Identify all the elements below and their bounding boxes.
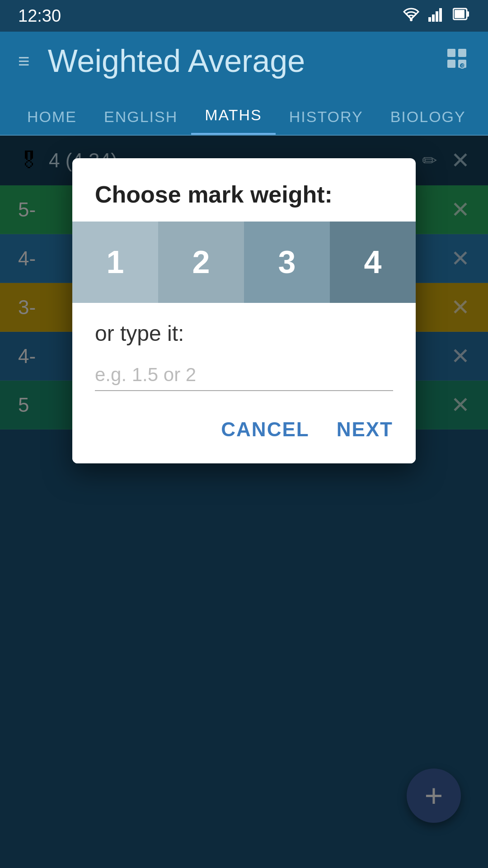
tab-ch[interactable]: CH bbox=[479, 108, 488, 135]
weight-button-1[interactable]: 1 bbox=[72, 222, 158, 303]
tab-english[interactable]: ENGLISH bbox=[90, 108, 191, 135]
mark-weight-dialog: Choose mark weight: 1 2 3 4 or type it: … bbox=[72, 158, 416, 463]
settings-icon[interactable]: ⚙ bbox=[445, 46, 470, 76]
svg-rect-2 bbox=[432, 14, 435, 22]
dialog-title: Choose mark weight: bbox=[72, 158, 416, 222]
signal-icon bbox=[428, 6, 445, 25]
app-bar: ≡ Weighted Average ⚙ bbox=[0, 32, 488, 90]
status-bar: 12:30 bbox=[0, 0, 488, 32]
svg-rect-8 bbox=[447, 49, 455, 57]
svg-rect-6 bbox=[455, 10, 465, 18]
dialog-actions: CANCEL NEXT bbox=[72, 400, 416, 463]
weight-button-2[interactable]: 2 bbox=[158, 222, 244, 303]
cancel-button[interactable]: CANCEL bbox=[221, 418, 309, 441]
tab-maths[interactable]: MATHS bbox=[191, 106, 275, 135]
svg-rect-10 bbox=[458, 49, 466, 57]
weight-button-4[interactable]: 4 bbox=[330, 222, 416, 303]
menu-icon[interactable]: ≡ bbox=[18, 50, 30, 72]
status-time: 12:30 bbox=[18, 6, 61, 26]
tab-history[interactable]: HISTORY bbox=[276, 108, 377, 135]
next-button[interactable]: NEXT bbox=[337, 418, 393, 441]
tab-home[interactable]: HOME bbox=[14, 108, 90, 135]
svg-rect-1 bbox=[428, 17, 431, 22]
wifi-icon bbox=[402, 6, 420, 25]
content-area: 🎖 4 (4.34) ✏ ✕ 5- ✕ 4- ✕ 3- ✕ 4- ✕ 5 ✕ bbox=[0, 136, 488, 868]
svg-rect-7 bbox=[467, 11, 469, 17]
type-section: or type it: bbox=[72, 303, 416, 400]
svg-point-0 bbox=[410, 19, 413, 21]
weight-input[interactable] bbox=[95, 359, 393, 391]
tab-biology[interactable]: BIOLOGY bbox=[377, 108, 479, 135]
tab-bar: HOME ENGLISH MATHS HISTORY BIOLOGY CH bbox=[0, 90, 488, 136]
weight-grid: 1 2 3 4 bbox=[72, 222, 416, 303]
battery-icon bbox=[453, 6, 470, 25]
type-label: or type it: bbox=[95, 321, 393, 346]
svg-rect-9 bbox=[447, 60, 455, 68]
weight-button-3[interactable]: 3 bbox=[244, 222, 330, 303]
svg-rect-4 bbox=[439, 8, 442, 22]
svg-text:⚙: ⚙ bbox=[461, 63, 465, 68]
app-title: Weighted Average bbox=[48, 43, 427, 79]
svg-rect-3 bbox=[436, 11, 438, 22]
status-icons bbox=[402, 6, 470, 25]
